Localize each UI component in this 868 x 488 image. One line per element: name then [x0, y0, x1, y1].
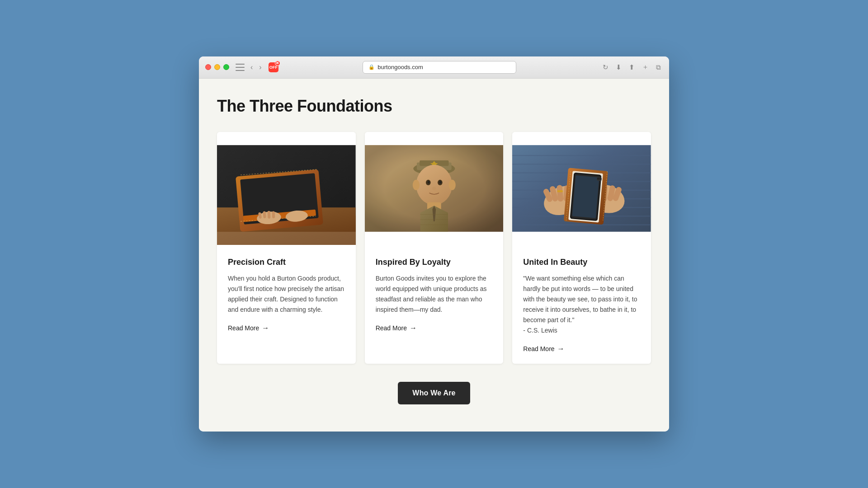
united-in-beauty-text: "We want something else which can hardly…: [523, 273, 640, 336]
united-in-beauty-read-more[interactable]: Read More →: [523, 345, 564, 353]
arrow-icon: →: [262, 324, 269, 332]
minimize-button[interactable]: [214, 64, 220, 70]
inspired-by-loyalty-image: [365, 132, 504, 245]
back-button[interactable]: ‹: [248, 62, 255, 72]
precision-craft-card-body: Precision Craft When you hold a Burton G…: [217, 247, 356, 343]
precision-craft-read-more[interactable]: Read More →: [228, 324, 269, 332]
traffic-lights: [205, 64, 229, 70]
sidebar-toggle-button[interactable]: [236, 64, 245, 71]
united-in-beauty-card: United In Beauty "We want something else…: [512, 132, 651, 364]
browser-toolbar: ‹ › OFF ⌘ 🔒 burtongoods.com ↻ ⬇ ⬆ ＋ ⧉: [199, 56, 669, 79]
forward-button[interactable]: ›: [257, 62, 264, 72]
url-text: burtongoods.com: [377, 64, 423, 70]
extension-icon[interactable]: OFF ⌘: [269, 62, 278, 72]
svg-rect-60: [572, 175, 599, 218]
svg-rect-34: [365, 145, 504, 232]
inspired-by-loyalty-card-body: Inspired By Loyalty Burton Goods invites…: [365, 247, 504, 343]
svg-rect-50: [557, 190, 563, 192]
inspired-by-loyalty-read-more[interactable]: Read More →: [376, 324, 417, 332]
browser-actions: ↻ ⬇ ⬆ ＋ ⧉: [601, 62, 663, 72]
arrow-icon: →: [557, 345, 565, 353]
browser-window: ‹ › OFF ⌘ 🔒 burtongoods.com ↻ ⬇ ⬆ ＋ ⧉ Th…: [199, 56, 669, 432]
extension-badge: ⌘: [275, 61, 280, 66]
arrow-icon: →: [410, 324, 417, 332]
who-we-are-button[interactable]: Who We Are: [398, 382, 470, 404]
lock-icon: 🔒: [368, 64, 375, 70]
precision-craft-image: [217, 132, 356, 245]
browser-controls: ‹ ›: [236, 62, 264, 72]
inspired-by-loyalty-text: Burton Goods invites you to explore the …: [376, 273, 493, 315]
inspired-by-loyalty-title: Inspired By Loyalty: [376, 258, 493, 267]
address-bar[interactable]: 🔒 burtongoods.com: [363, 61, 516, 74]
precision-craft-card: Precision Craft When you hold a Burton G…: [217, 132, 356, 364]
maximize-button[interactable]: [223, 64, 229, 70]
tab-overview-button[interactable]: ⧉: [654, 62, 663, 72]
page-content: The Three Foundations: [199, 79, 669, 432]
united-in-beauty-card-body: United In Beauty "We want something else…: [512, 247, 651, 364]
who-we-are-section: Who We Are: [217, 382, 651, 404]
close-button[interactable]: [205, 64, 211, 70]
reload-button[interactable]: ↻: [601, 62, 610, 72]
share-button[interactable]: ⬆: [627, 62, 637, 72]
cards-grid: Precision Craft When you hold a Burton G…: [217, 132, 651, 364]
precision-craft-title: Precision Craft: [228, 258, 345, 267]
new-tab-button[interactable]: ＋: [640, 62, 651, 72]
united-in-beauty-title: United In Beauty: [523, 258, 640, 267]
svg-rect-13: [272, 211, 275, 218]
inspired-by-loyalty-card: Inspired By Loyalty Burton Goods invites…: [365, 132, 504, 364]
page-title: The Three Foundations: [217, 97, 651, 116]
download-button[interactable]: ⬇: [614, 62, 623, 72]
svg-rect-12: [267, 211, 270, 218]
united-in-beauty-image: [512, 132, 651, 245]
address-bar-container: 🔒 burtongoods.com: [283, 61, 596, 74]
precision-craft-text: When you hold a Burton Goods product, yo…: [228, 273, 345, 315]
